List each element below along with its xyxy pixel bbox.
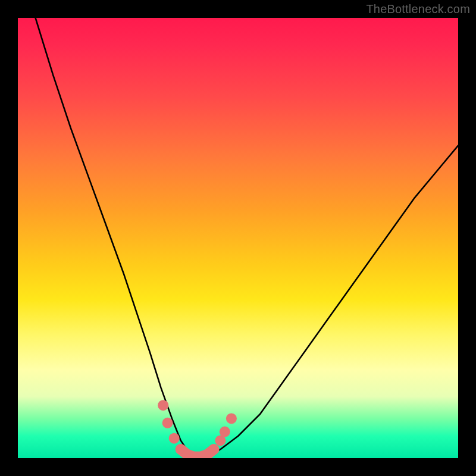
marker-dot xyxy=(162,418,173,428)
marker-dot xyxy=(226,413,237,424)
watermark-text: TheBottleneck.com xyxy=(366,2,470,16)
marker-dot xyxy=(208,444,219,455)
marker-dot xyxy=(220,427,230,437)
marker-dot xyxy=(158,400,168,411)
marker-group xyxy=(158,400,237,458)
chart-frame: TheBottleneck.com xyxy=(0,0,476,476)
plot-area xyxy=(18,18,458,458)
marker-dot xyxy=(169,433,180,444)
bottleneck-curve xyxy=(18,18,458,458)
curve-path xyxy=(36,18,458,458)
